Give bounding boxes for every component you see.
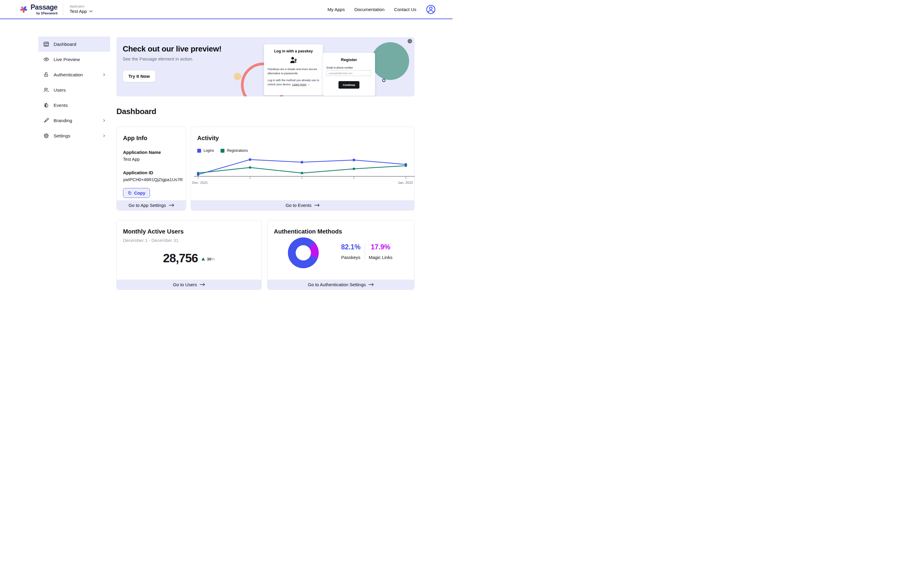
auth-methods-title: Authentication Methods [274, 228, 342, 235]
banner-title: Check out our live preview! [123, 44, 221, 54]
monthly-active-users-card: Monthly Active Users December 1 - Decemb… [116, 220, 262, 290]
go-to-authentication-settings-link[interactable]: Go to Authentication Settings [268, 280, 414, 289]
arrow-right-icon [169, 203, 174, 207]
activity-card: Activity Logins Registrations Dec. 2021J… [191, 127, 414, 210]
banner-close-button[interactable] [408, 39, 412, 43]
continue-button[interactable]: Continue [338, 81, 359, 89]
footer-link-label: Go to Authentication Settings [308, 282, 366, 287]
sidebar-item-users[interactable]: Users [38, 82, 110, 98]
triangle-up-icon [202, 257, 205, 261]
page-title: Dashboard [116, 107, 156, 116]
arrow-right-icon [368, 283, 374, 286]
sidebar-item-label: Settings [54, 133, 70, 138]
nav-contact-us[interactable]: Contact Us [394, 7, 416, 12]
navy-ring-decoration [382, 79, 386, 82]
app-info-title: App Info [123, 135, 147, 141]
passkeys-percentage: 82.1% [340, 243, 361, 251]
passkey-card-title: Log in with a passkey [268, 49, 319, 53]
passage-logo[interactable]: Passage by 1Password [19, 3, 57, 15]
magic-links-percentage: 17.9% [369, 243, 392, 251]
application-id-value: ywIPCH0×46R1QjZIgpa1Us7R [123, 177, 183, 182]
top-header: Passage by 1Password Application Test Ap… [0, 0, 452, 19]
brand-name: Passage [30, 3, 57, 11]
learn-more-link[interactable]: Learn more [292, 83, 306, 86]
passkey-paragraph-1: Passkeys are a simple and more secure al… [268, 67, 319, 76]
passkey-preview-card: Log in with a passkey Passkeys are a sim… [264, 44, 323, 95]
sidebar-item-label: Dashboard [54, 41, 76, 47]
register-card-title: Register [327, 57, 372, 62]
register-preview-card: Register Email or phone number Continue [323, 53, 375, 96]
account-avatar-icon[interactable] [426, 5, 436, 14]
magic-links-stat: 17.9% Magic Links [366, 243, 395, 260]
passkeys-stat: 82.1% Passkeys [338, 243, 364, 260]
copy-app-id-button[interactable]: Copy [123, 188, 150, 198]
application-id-label: Application ID [123, 170, 153, 175]
mau-title: Monthly Active Users [123, 228, 184, 235]
passkeys-stat-label: Passkeys [340, 255, 361, 260]
eye-icon [43, 56, 49, 63]
arrow-right-icon [200, 283, 205, 286]
sidebar-item-dashboard[interactable]: Dashboard [38, 37, 110, 52]
go-to-users-link[interactable]: Go to Users [117, 280, 261, 289]
stopwatch-icon [43, 102, 49, 108]
email-field-label: Email or phone number [327, 66, 372, 69]
go-to-events-link[interactable]: Go to Events [191, 200, 414, 210]
stats-divider [365, 244, 365, 259]
activity-line-chart: Dec. 2021Jan. 2022 [191, 127, 415, 190]
auth-methods-stats: 82.1% Passkeys 17.9% Magic Links [338, 243, 395, 260]
mau-delta: 30% [202, 256, 215, 262]
passage-console-page: Passage by 1Password Application Test Ap… [0, 0, 452, 294]
mau-value-row: 28,756 30% [117, 251, 261, 265]
svg-text:Dec. 2021: Dec. 2021 [192, 181, 208, 184]
sidebar-item-label: Live Preview [54, 57, 80, 62]
learn-more-arrow: → [307, 83, 310, 86]
application-selector[interactable]: Application Test App [70, 5, 93, 14]
passage-flower-icon [19, 4, 28, 14]
chevron-down-icon [89, 10, 92, 13]
auth-methods-donut-chart [288, 237, 319, 268]
arrow-right-icon [314, 203, 320, 207]
sidebar-item-events[interactable]: Events [38, 98, 110, 113]
footer-link-label: Go to Users [173, 282, 197, 287]
paintbrush-icon [43, 118, 49, 124]
header-nav: My Apps Documentation Contact Us [327, 5, 436, 14]
live-preview-banner: Check out our live preview! See the Pass… [116, 37, 414, 96]
app-info-card: App Info Application Name Test App Appli… [116, 127, 186, 210]
sidebar-item-label: Events [54, 103, 68, 108]
users-icon [43, 87, 49, 93]
svg-text:Jan. 2022: Jan. 2022 [398, 181, 413, 184]
header-divider [63, 3, 63, 15]
sidebar-item-settings[interactable]: Settings [38, 128, 110, 143]
email-field[interactable] [327, 70, 372, 76]
copy-button-label: Copy [134, 191, 145, 195]
banner-subtitle: See the Passage element in action. [123, 56, 193, 61]
mau-delta-unit: % [211, 257, 215, 261]
chevron-right-icon [102, 134, 106, 138]
footer-link-label: Go to Events [286, 203, 311, 208]
try-it-now-button[interactable]: Try It Now [123, 70, 156, 82]
authentication-methods-card: Authentication Methods 82.1% Passkeys 17… [267, 220, 414, 290]
application-selector-value: Test App [70, 9, 87, 14]
sidebar-item-live-preview[interactable]: Live Preview [38, 52, 110, 67]
application-name-label: Application Name [123, 150, 161, 155]
application-name-value: Test App [123, 157, 140, 162]
chevron-right-icon [102, 119, 106, 122]
nav-my-apps[interactable]: My Apps [327, 7, 345, 12]
close-icon [409, 40, 411, 43]
go-to-app-settings-link[interactable]: Go to App Settings [117, 200, 186, 210]
dashboard-icon [43, 41, 49, 47]
brand-byline: by 1Password [36, 11, 57, 15]
gear-icon [43, 133, 49, 139]
mau-value: 28,756 [163, 251, 198, 265]
copy-icon [127, 191, 132, 195]
sidebar-item-branding[interactable]: Branding [38, 113, 110, 128]
teal-circle-decoration [372, 42, 409, 80]
peach-circle-decoration [234, 73, 241, 80]
lock-icon [43, 72, 49, 78]
mau-delta-value: 30 [207, 257, 211, 261]
sidebar-item-label: Branding [54, 118, 72, 123]
nav-documentation[interactable]: Documentation [354, 7, 384, 12]
sidebar-item-authentication[interactable]: Authentication [38, 67, 110, 82]
application-selector-label: Application [70, 5, 93, 8]
magic-links-stat-label: Magic Links [369, 255, 392, 260]
